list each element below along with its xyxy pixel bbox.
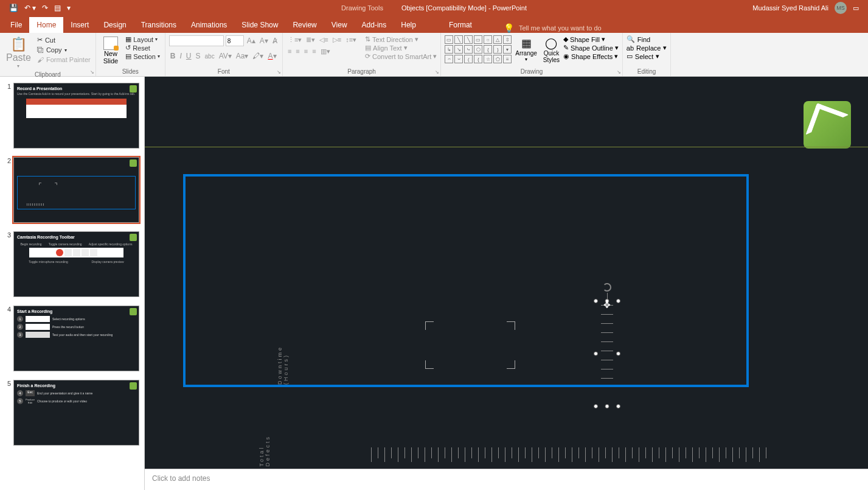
quick-styles-icon: ◯ (545, 37, 557, 50)
bullets-button[interactable]: ⋮≡▾ (286, 35, 303, 44)
ribbon-display-icon[interactable]: ▭ (853, 4, 859, 12)
resize-handle[interactable] (594, 404, 598, 408)
font-size-input[interactable] (226, 35, 244, 46)
clear-formatting-button[interactable]: A̷ (271, 36, 279, 46)
reset-icon: ↺ (125, 44, 131, 52)
tab-addins[interactable]: Add-ins (355, 17, 394, 33)
resize-handle[interactable] (616, 352, 620, 356)
group-label-paragraph: Paragraph (286, 67, 437, 76)
slide-canvas[interactable]: Downtime (Hours) Total Defects (145, 77, 868, 469)
slide-thumb-4[interactable]: 4 Start a Recording 1Select recording op… (5, 306, 139, 371)
dialog-launcher-icon[interactable]: ↘ (617, 69, 621, 75)
new-slide-button[interactable]: New Slide (100, 35, 122, 67)
underline-button[interactable]: U (185, 51, 193, 61)
selected-shape[interactable]: ✥ (596, 301, 618, 406)
tab-transitions[interactable]: Transitions (134, 17, 184, 33)
increase-indent-button[interactable]: ▷≡ (332, 35, 342, 44)
font-color-button[interactable]: A▾ (266, 51, 277, 61)
shadow-button[interactable]: S (195, 51, 202, 61)
select-button[interactable]: ▭Select▾ (627, 52, 667, 60)
tab-design[interactable]: Design (96, 17, 133, 33)
tab-view[interactable]: View (324, 17, 355, 33)
ribbon-group-font: A▴ A▾ A̷ B I U S abc AV▾ Aa▾ 🖍▾ A▾ Font … (165, 33, 283, 76)
outline-icon: ✎ (563, 44, 569, 52)
divider-line (145, 147, 868, 147)
cut-button[interactable]: ✂Cut (36, 35, 92, 44)
resize-handle[interactable] (616, 404, 620, 408)
italic-button[interactable]: I (179, 51, 183, 61)
font-name-input[interactable] (169, 35, 224, 46)
user-avatar[interactable]: MS (835, 2, 847, 14)
copy-button[interactable]: ⿻Copy ▾ (36, 46, 92, 54)
strikethrough-button[interactable]: abc (204, 52, 216, 60)
slide-editor[interactable]: Downtime (Hours) Total Defects (145, 77, 868, 490)
columns-button[interactable]: ▥▾ (319, 47, 332, 56)
qat-more-icon[interactable]: ▾ (67, 4, 71, 12)
slide-thumb-3[interactable]: 3 Camtasia Recording Toolbar Begin recor… (5, 231, 139, 297)
shapes-gallery[interactable]: ▭╲╲▭○△⇳ ↳↘⤷⬡{}▾ ⌢⌣({☆⬠≡ (445, 35, 512, 67)
resize-handle[interactable] (605, 299, 609, 303)
char-spacing-button[interactable]: AV▾ (218, 51, 233, 61)
section-button[interactable]: ▤Section ▾ (124, 52, 161, 60)
tab-insert[interactable]: Insert (63, 17, 96, 33)
slide-thumb-1[interactable]: 1 Record a Presentation Use the Camtasia… (5, 83, 139, 149)
find-button[interactable]: 🔍Find (627, 35, 667, 43)
layout-button[interactable]: ▦Layout ▾ (124, 35, 161, 43)
align-right-button[interactable]: ≡ (303, 47, 309, 56)
layout-icon: ▦ (125, 35, 131, 43)
quick-styles-button[interactable]: ◯ Quick Styles (542, 35, 561, 67)
format-painter-button[interactable]: 🖌Format Painter (36, 55, 92, 64)
dialog-launcher-icon[interactable]: ↘ (90, 69, 94, 75)
shape-content (596, 301, 618, 382)
tab-home[interactable]: Home (29, 17, 63, 33)
convert-smartart-button[interactable]: ⟳Convert to SmartArt▾ (365, 52, 437, 60)
tab-help[interactable]: Help (394, 17, 423, 33)
effects-icon: ◉ (563, 52, 569, 60)
redo-icon[interactable]: ↷ (42, 4, 48, 12)
tab-slideshow[interactable]: Slide Show (234, 17, 285, 33)
tell-me-search[interactable]: 💡 Tell me what you want to do (504, 23, 602, 33)
tab-file[interactable]: File (3, 17, 29, 33)
text-direction-button[interactable]: ⇅Text Direction▾ (365, 35, 437, 43)
dialog-launcher-icon[interactable]: ↘ (435, 69, 439, 75)
decrease-indent-button[interactable]: ◁≡ (318, 35, 329, 44)
tab-review[interactable]: Review (285, 17, 324, 33)
resize-handle[interactable] (594, 352, 598, 356)
thumb-text: Use the Camtasia Add-in to record your p… (17, 92, 136, 96)
camtasia-logo-icon (130, 382, 137, 390)
replace-button[interactable]: abReplace ▾ (627, 44, 667, 52)
line-spacing-button[interactable]: ↕≡▾ (344, 35, 358, 44)
rotate-handle-icon[interactable] (603, 283, 611, 292)
highlight-button[interactable]: 🖍▾ (251, 51, 265, 61)
shape-outline-button[interactable]: ✎Shape Outline▾ (563, 44, 619, 52)
arrange-button[interactable]: ▦ Arrange▾ (514, 35, 538, 67)
change-case-button[interactable]: Aa▾ (235, 51, 250, 61)
align-left-button[interactable]: ≡ (286, 47, 293, 56)
slide-thumb-5[interactable]: 5 Finish a Recording 4EscEnd your presen… (5, 380, 139, 446)
slide-thumb-2[interactable]: 2 (5, 157, 139, 223)
reset-button[interactable]: ↺Reset (124, 44, 161, 52)
tab-animations[interactable]: Animations (184, 17, 234, 33)
save-icon[interactable]: 💾 (9, 4, 18, 12)
resize-handle[interactable] (605, 404, 609, 408)
align-text-button[interactable]: ▤Align Text▾ (365, 44, 437, 52)
slide-thumbnail-panel[interactable]: 1 Record a Presentation Use the Camtasia… (0, 77, 145, 490)
justify-button[interactable]: ≡ (311, 47, 317, 56)
paste-button[interactable]: 📋 Paste ▾ (4, 35, 33, 70)
resize-handle[interactable] (594, 299, 598, 303)
tab-format[interactable]: Format (442, 17, 479, 33)
shape-effects-button[interactable]: ◉Shape Effects▾ (563, 52, 619, 60)
bold-button[interactable]: B (169, 51, 177, 61)
start-show-icon[interactable]: ▤ (54, 4, 61, 12)
shape-fill-button[interactable]: ◆Shape Fill▾ (563, 35, 619, 43)
undo-icon[interactable]: ↶ ▾ (24, 4, 36, 12)
menu-bar: File Home Insert Design Transitions Anim… (0, 16, 868, 33)
numbering-button[interactable]: ≣▾ (305, 35, 316, 44)
align-center-button[interactable]: ≡ (294, 47, 300, 56)
shrink-font-button[interactable]: A▾ (259, 36, 269, 46)
dialog-launcher-icon[interactable]: ↘ (277, 69, 281, 75)
notes-pane[interactable]: Click to add notes (145, 469, 868, 490)
grow-font-button[interactable]: A▴ (246, 36, 257, 46)
resize-handle[interactable] (616, 299, 620, 303)
chart-placeholder[interactable]: Downtime (Hours) Total Defects (183, 174, 749, 387)
